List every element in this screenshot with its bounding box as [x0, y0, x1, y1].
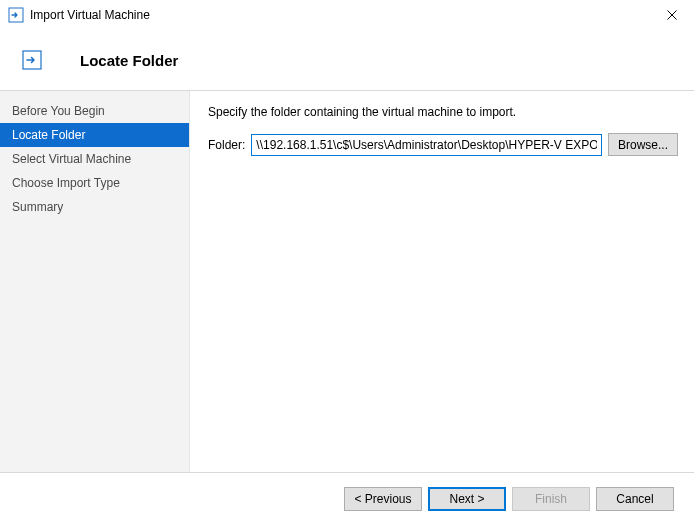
cancel-button[interactable]: Cancel	[596, 487, 674, 511]
page-title: Locate Folder	[80, 52, 178, 69]
wizard-header: Locate Folder	[0, 30, 694, 90]
previous-button[interactable]: < Previous	[344, 487, 422, 511]
finish-button: Finish	[512, 487, 590, 511]
folder-label: Folder:	[208, 138, 245, 152]
import-header-icon	[22, 50, 42, 70]
wizard-body: Before You Begin Locate Folder Select Vi…	[0, 91, 694, 472]
import-app-icon	[8, 7, 24, 23]
sidebar-item-summary[interactable]: Summary	[0, 195, 189, 219]
sidebar-item-select-vm[interactable]: Select Virtual Machine	[0, 147, 189, 171]
folder-input[interactable]	[251, 134, 602, 156]
sidebar-item-locate-folder[interactable]: Locate Folder	[0, 123, 189, 147]
wizard-footer: < Previous Next > Finish Cancel	[0, 472, 694, 524]
instruction-text: Specify the folder containing the virtua…	[208, 105, 678, 119]
next-button[interactable]: Next >	[428, 487, 506, 511]
close-button[interactable]	[650, 0, 694, 30]
window-title: Import Virtual Machine	[30, 8, 650, 22]
content-pane: Specify the folder containing the virtua…	[190, 91, 694, 472]
browse-button[interactable]: Browse...	[608, 133, 678, 156]
sidebar-item-before-you-begin[interactable]: Before You Begin	[0, 99, 189, 123]
sidebar: Before You Begin Locate Folder Select Vi…	[0, 91, 190, 472]
titlebar: Import Virtual Machine	[0, 0, 694, 30]
sidebar-item-import-type[interactable]: Choose Import Type	[0, 171, 189, 195]
folder-row: Folder: Browse...	[208, 133, 678, 156]
